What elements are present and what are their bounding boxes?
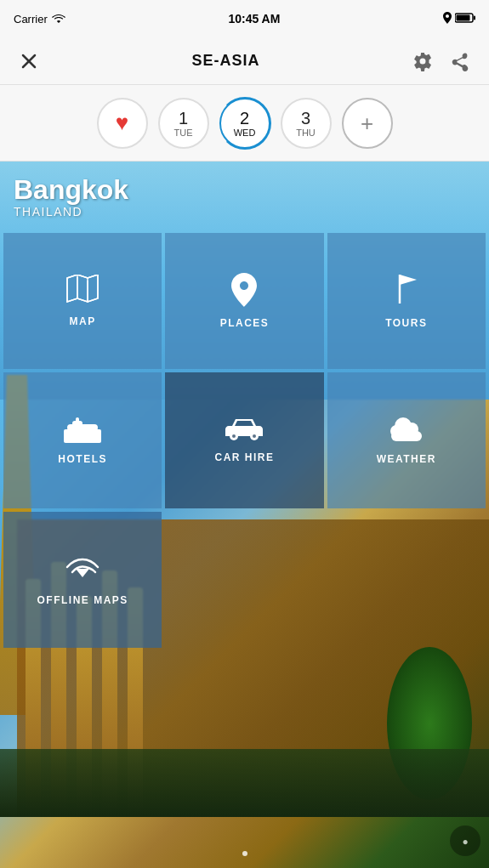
places-label: PLACES: [220, 317, 270, 329]
hotels-label: HOTELS: [58, 453, 107, 465]
city-info: Bangkok THAILAND: [14, 175, 128, 218]
map-icon: [65, 275, 100, 305]
offlinemaps-grid-item[interactable]: OFFLINE MAPS: [3, 512, 162, 648]
svg-point-13: [232, 434, 236, 438]
favorites-button[interactable]: ♥: [97, 98, 148, 149]
heart-icon: ♥: [116, 110, 128, 136]
wifi-icon: [52, 13, 65, 26]
offlinemaps-label: OFFLINE MAPS: [37, 594, 128, 606]
status-time: 10:45 AM: [228, 12, 280, 26]
day-selector: ♥ 1 TUE 2 WED 3 THU +: [0, 85, 489, 162]
hotels-icon: [64, 416, 101, 443]
tours-grid-item[interactable]: TOURS: [327, 233, 486, 369]
carhire-grid-item[interactable]: CAR HIRE: [165, 372, 323, 508]
close-button[interactable]: [14, 46, 44, 77]
day-2-label: WED: [234, 128, 256, 138]
city-country: THAILAND: [14, 205, 128, 218]
places-icon: [231, 273, 257, 307]
page-indicator: [242, 851, 247, 856]
places-grid-item[interactable]: PLACES: [165, 233, 323, 369]
weather-grid-item[interactable]: WEATHER: [327, 372, 486, 508]
weather-label: WEATHER: [377, 453, 436, 465]
carhire-icon: [225, 417, 263, 441]
day-1-number: 1: [179, 109, 188, 128]
add-day-button[interactable]: +: [342, 98, 393, 149]
add-icon: +: [361, 112, 373, 134]
tours-label: TOURS: [385, 317, 427, 329]
day-3-label: THU: [296, 128, 316, 138]
day-2-button[interactable]: 2 WED: [219, 98, 270, 149]
location-icon: [443, 12, 452, 26]
day-1-button[interactable]: 1 TUE: [158, 98, 209, 149]
hotels-grid-item[interactable]: HOTELS: [3, 372, 162, 508]
day-3-number: 3: [301, 109, 310, 128]
main-content: Bangkok THAILAND MAP PLACES: [0, 162, 489, 868]
map-grid-item[interactable]: MAP: [3, 233, 162, 369]
day-2-number: 2: [240, 109, 249, 128]
offline-icon: [65, 553, 100, 584]
settings-button[interactable]: [407, 46, 438, 77]
nav-title: SE-ASIA: [191, 52, 259, 70]
svg-rect-1: [474, 15, 475, 20]
city-name: Bangkok: [14, 175, 128, 205]
day-3-button[interactable]: 3 THU: [281, 98, 332, 149]
status-bar: Carrier 10:45 AM: [0, 0, 489, 37]
status-left: Carrier: [14, 13, 65, 26]
nav-bar: SE-ASIA: [0, 37, 489, 85]
battery-icon: [455, 13, 475, 26]
status-right: [443, 12, 475, 26]
watermark: ●: [448, 824, 482, 861]
tours-icon: [391, 273, 422, 307]
map-label: MAP: [70, 315, 96, 327]
weather-icon: [388, 416, 425, 443]
share-button[interactable]: [445, 46, 475, 77]
svg-rect-11: [76, 417, 79, 423]
carhire-label: CAR HIRE: [214, 451, 274, 463]
svg-point-19: [390, 425, 402, 437]
day-1-label: TUE: [174, 128, 193, 138]
svg-rect-2: [457, 14, 470, 20]
grid-overlay: MAP PLACES TOURS: [0, 230, 489, 651]
svg-rect-8: [64, 429, 101, 443]
svg-point-15: [253, 434, 256, 438]
svg-rect-9: [67, 424, 98, 431]
carrier-label: Carrier: [14, 13, 48, 26]
svg-text:●: ●: [462, 836, 468, 848]
